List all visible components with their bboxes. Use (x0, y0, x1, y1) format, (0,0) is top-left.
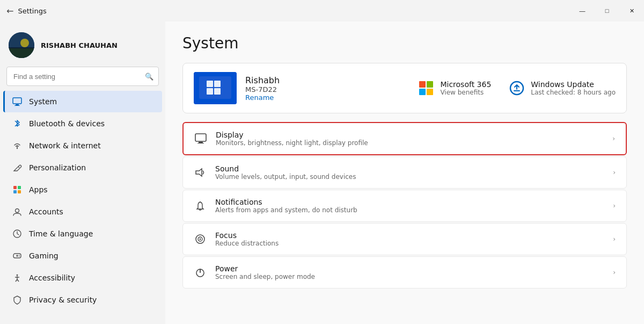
power-chevron-icon: › (613, 269, 616, 276)
svg-rect-38 (197, 143, 204, 143)
device-model: MS-7D22 (245, 85, 409, 93)
search-input[interactable] (6, 67, 159, 86)
settings-item-power[interactable]: Power Screen and sleep, power mode › (182, 256, 627, 289)
content-area: System Rishabh MS-7D22 Rename (165, 21, 644, 324)
sound-icon (194, 166, 207, 179)
power-title: Power (215, 264, 604, 273)
svg-rect-11 (13, 190, 17, 193)
sidebar-item-privacy[interactable]: Privacy & security (3, 289, 162, 311)
sidebar-item-label-privacy: Privacy & security (29, 296, 97, 304)
sidebar-item-personalization[interactable]: Personalization (3, 157, 162, 178)
svg-rect-6 (14, 105, 20, 106)
sidebar-item-network[interactable]: Network & internet (3, 135, 162, 156)
sidebar-item-label-system: System (29, 97, 57, 106)
svg-rect-10 (18, 186, 21, 189)
notifications-desc: Alerts from apps and system, do not dist… (215, 206, 604, 214)
sidebar-item-label-time: Time & language (29, 229, 93, 238)
svg-rect-27 (207, 81, 213, 87)
focus-icon (194, 233, 207, 246)
close-button[interactable]: ✕ (619, 0, 644, 21)
sidebar-item-bluetooth[interactable]: Bluetooth & devices (3, 113, 162, 134)
personalization-icon (12, 162, 23, 173)
focus-desc: Reduce distractions (215, 240, 604, 247)
device-thumbnail (194, 72, 237, 104)
maximize-button[interactable]: □ (595, 0, 619, 21)
windows-update-subtitle: Last checked: 8 hours ago (531, 89, 616, 96)
ms365-icon (418, 80, 435, 97)
titlebar-controls: — □ ✕ (570, 0, 644, 21)
quick-link-windows-update[interactable]: Windows Update Last checked: 8 hours ago (508, 80, 616, 97)
settings-item-display[interactable]: Display Monitors, brightness, night ligh… (182, 122, 627, 155)
sidebar-item-label-accounts: Accounts (29, 207, 63, 216)
user-name: RISHABH CHAUHAN (41, 41, 118, 49)
display-desc: Monitors, brightness, night light, displ… (216, 139, 604, 147)
windows-update-text: Windows Update Last checked: 8 hours ago (531, 80, 616, 96)
settings-item-notifications[interactable]: Notifications Alerts from apps and syste… (182, 190, 627, 222)
sidebar-item-gaming[interactable]: Gaming (3, 245, 162, 267)
sound-desc: Volume levels, output, input, sound devi… (215, 173, 604, 181)
windows-update-title: Windows Update (531, 80, 616, 89)
nav-list: System Bluetooth & devices Network & int… (0, 90, 165, 311)
sidebar-item-label-personalization: Personalization (29, 163, 86, 172)
svg-rect-30 (214, 88, 221, 95)
sidebar-item-label-accessibility: Accessibility (29, 273, 75, 282)
svg-rect-9 (13, 186, 17, 189)
svg-point-18 (19, 255, 20, 256)
svg-point-7 (17, 148, 18, 149)
focus-chevron-icon: › (613, 235, 616, 243)
settings-list: Display Monitors, brightness, night ligh… (182, 122, 627, 289)
svg-rect-3 (9, 48, 34, 58)
svg-line-24 (17, 279, 19, 282)
svg-rect-31 (419, 81, 426, 88)
focus-title: Focus (215, 231, 604, 240)
sidebar-item-accounts[interactable]: Accounts (3, 201, 162, 222)
svg-point-42 (200, 239, 201, 240)
svg-rect-4 (13, 98, 21, 104)
rename-link[interactable]: Rename (245, 93, 409, 102)
svg-rect-36 (195, 134, 206, 141)
sidebar-item-label-gaming: Gaming (29, 251, 58, 260)
device-card: Rishabh MS-7D22 Rename (182, 63, 627, 113)
svg-point-13 (16, 209, 19, 213)
sidebar-item-system[interactable]: System (3, 91, 162, 112)
minimize-button[interactable]: — (570, 0, 595, 21)
svg-point-19 (19, 256, 20, 257)
svg-rect-32 (427, 81, 433, 88)
power-text: Power Screen and sleep, power mode (215, 264, 604, 280)
svg-rect-5 (16, 104, 19, 105)
settings-item-sound[interactable]: Sound Volume levels, output, input, soun… (182, 156, 627, 189)
display-text: Display Monitors, brightness, night ligh… (216, 131, 604, 147)
display-title: Display (216, 131, 604, 139)
display-chevron-icon: › (612, 135, 615, 142)
display-icon (194, 132, 207, 145)
sidebar-item-time[interactable]: Time & language (3, 223, 162, 244)
svg-rect-26 (199, 76, 231, 99)
avatar (9, 32, 34, 58)
svg-point-2 (20, 39, 29, 47)
search-icon: 🔍 (145, 73, 153, 81)
sidebar-item-accessibility[interactable]: Accessibility (3, 267, 162, 289)
titlebar-left: ← Settings (6, 6, 47, 16)
back-icon[interactable]: ← (6, 6, 13, 16)
quick-links: Microsoft 365 View benefits Window (418, 80, 616, 97)
notifications-text: Notifications Alerts from apps and syste… (215, 198, 604, 214)
notifications-icon (194, 199, 207, 212)
svg-rect-33 (419, 89, 426, 95)
focus-text: Focus Reduce distractions (215, 231, 604, 247)
bluetooth-icon (12, 118, 23, 129)
notifications-chevron-icon: › (613, 202, 616, 210)
settings-item-focus[interactable]: Focus Reduce distractions › (182, 223, 627, 255)
search-box: 🔍 (6, 67, 159, 86)
ms365-text: Microsoft 365 View benefits (440, 80, 491, 96)
svg-marker-39 (196, 169, 202, 176)
svg-rect-28 (214, 81, 221, 87)
svg-rect-37 (199, 142, 203, 143)
gaming-icon (12, 250, 23, 261)
notifications-title: Notifications (215, 198, 604, 206)
privacy-icon (12, 294, 23, 305)
power-icon (194, 266, 207, 279)
quick-link-ms365[interactable]: Microsoft 365 View benefits (418, 80, 491, 97)
sidebar-item-apps[interactable]: Apps (3, 179, 162, 200)
sound-title: Sound (215, 164, 604, 173)
page-title: System (182, 34, 627, 52)
